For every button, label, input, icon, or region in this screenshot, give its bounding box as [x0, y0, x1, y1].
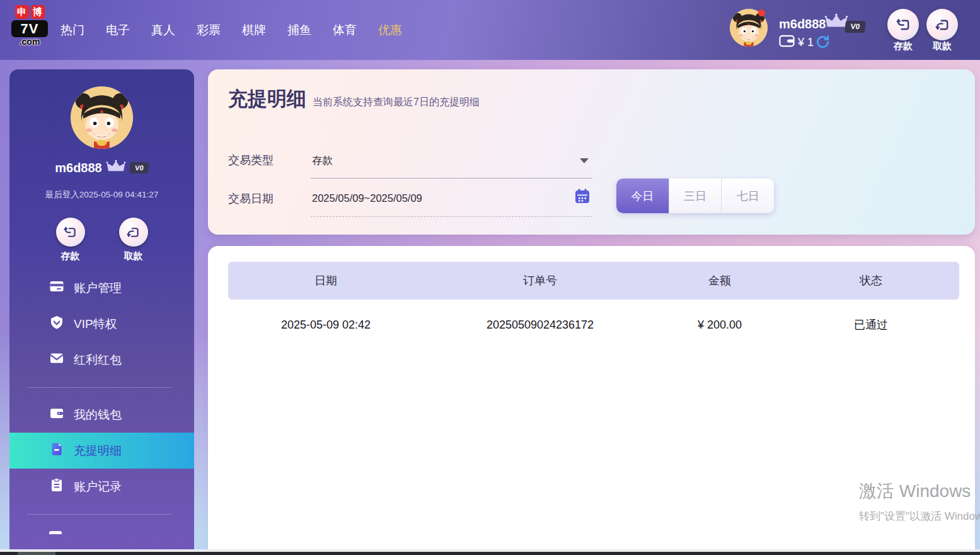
logo-tld: .com — [10, 37, 49, 47]
nav-item-live[interactable]: 真人 — [151, 22, 175, 38]
header-deposit-label: 存款 — [887, 40, 919, 52]
notification-dot — [758, 9, 765, 16]
transaction-date-input[interactable]: 2025/05/09~2025/05/09 — [312, 192, 422, 204]
sidebar-item-label: 充提明细 — [74, 443, 122, 459]
page-title: 充提明细 — [228, 86, 306, 112]
balance-amount: ¥ 1 — [798, 36, 814, 49]
header-withdraw-button[interactable] — [926, 9, 958, 40]
transaction-type-underline[interactable] — [311, 178, 592, 178]
date-range-segmented-control: 今日 三日 七日 — [616, 178, 774, 213]
sidebar-deposit-button[interactable]: 存款 — [49, 218, 93, 262]
column-header-amount: 金额 — [657, 273, 783, 288]
chevron-down-icon[interactable] — [580, 158, 589, 163]
column-header-order-number: 订单号 — [424, 273, 657, 288]
vip-level-badge: V0 — [845, 21, 866, 33]
cell-status: 已通过 — [783, 317, 959, 332]
sidebar-item-label: VIP特权 — [74, 316, 117, 332]
logo-char-1: 申 — [15, 5, 29, 19]
nav-item-slots[interactable]: 电子 — [106, 22, 130, 38]
deposit-arrow-icon — [56, 218, 85, 247]
range-button-seven-days[interactable]: 七日 — [722, 178, 774, 213]
top-header: 申 博 7V .com 热门 电子 真人 彩票 棋牌 捕鱼 体育 优惠 — [0, 0, 980, 60]
nav-item-promos[interactable]: 优惠 — [378, 22, 402, 38]
main-nav: 热门 电子 真人 彩票 棋牌 捕鱼 体育 优惠 — [61, 0, 402, 60]
sidebar-item-deposit-withdraw-details[interactable]: 充提明细 — [9, 433, 194, 469]
withdraw-arrow-icon — [119, 218, 148, 247]
records-panel: 日期 订单号 金额 状态 2025-05-09 02:42 2025050902… — [208, 246, 975, 551]
refresh-balance-icon[interactable] — [816, 35, 830, 52]
sidebar-withdraw-button[interactable]: 取款 — [112, 218, 156, 262]
site-logo[interactable]: 申 博 7V .com — [10, 5, 49, 47]
logo-characters: 申 博 — [10, 5, 49, 19]
sidebar: m6d888 V0 最后登入2025-05-09 04:41:27 存款 — [9, 69, 194, 549]
wallet-icon — [49, 406, 64, 424]
withdraw-arrow-icon — [934, 16, 951, 33]
red-envelope-icon — [49, 351, 64, 369]
vip-badge-icon — [49, 315, 64, 333]
document-icon — [49, 441, 64, 460]
filter-panel: 充提明细 当前系统支持查询最近7日的充提明细 交易类型 存款 交易日期 2025… — [208, 69, 975, 235]
header-withdraw-label: 取款 — [926, 40, 958, 52]
cell-date: 2025-05-09 02:42 — [228, 318, 424, 332]
sidebar-item-my-wallet[interactable]: 我的钱包 — [9, 397, 194, 433]
taskbar-edge-segment — [18, 552, 55, 555]
wallet-icon — [779, 35, 795, 50]
sidebar-avatar[interactable] — [71, 86, 133, 149]
transaction-date-underline — [311, 216, 592, 217]
sidebar-item-label: 我的钱包 — [74, 407, 122, 423]
nav-item-fishing[interactable]: 捕鱼 — [287, 22, 311, 38]
range-button-today[interactable]: 今日 — [616, 178, 669, 213]
header-username: m6d888 — [779, 17, 826, 32]
column-header-date: 日期 — [228, 273, 424, 288]
header-deposit-button[interactable] — [887, 9, 919, 40]
taskbar-edge — [0, 552, 980, 555]
table-header: 日期 订单号 金额 状态 — [228, 262, 959, 300]
calendar-icon[interactable] — [574, 187, 591, 207]
transaction-date-label: 交易日期 — [228, 191, 274, 206]
sidebar-item-vip-privileges[interactable]: VIP特权 — [9, 306, 194, 342]
vip-level-badge: V0 — [129, 162, 149, 173]
sidebar-item-label: 账户管理 — [74, 280, 122, 296]
deposit-arrow-icon — [895, 16, 912, 33]
logo-name: 7V — [11, 20, 48, 37]
nav-item-sports[interactable]: 体育 — [333, 22, 357, 38]
cell-order-number: 20250509024236172 — [424, 318, 657, 332]
cell-amount: ¥ 200.00 — [657, 318, 783, 332]
sidebar-item-account-management[interactable]: 账户管理 — [9, 270, 194, 306]
range-button-three-days[interactable]: 三日 — [669, 178, 722, 213]
table-row: 2025-05-09 02:42 20250509024236172 ¥ 200… — [228, 300, 959, 350]
sidebar-withdraw-label: 取款 — [112, 250, 156, 262]
sidebar-item-label: 账户记录 — [74, 479, 122, 495]
sidebar-divider — [27, 514, 171, 515]
sidebar-item-account-records[interactable]: 账户记录 — [9, 469, 194, 505]
transaction-type-select[interactable]: 存款 — [312, 154, 333, 168]
clipboard-icon — [49, 477, 64, 496]
column-header-status: 状态 — [783, 273, 959, 288]
last-login-text: 最后登入2025-05-09 04:41:27 — [9, 189, 194, 201]
vip-crown-icon — [106, 160, 126, 176]
sidebar-item-label: 红利红包 — [74, 352, 122, 368]
sidebar-deposit-label: 存款 — [49, 250, 93, 262]
nav-item-chess[interactable]: 棋牌 — [242, 22, 266, 38]
sidebar-item-bonus-redpacket[interactable]: 红利红包 — [9, 342, 194, 378]
transaction-type-label: 交易类型 — [228, 153, 274, 168]
nav-item-hot[interactable]: 热门 — [61, 22, 84, 38]
page-subtitle: 当前系统支持查询最近7日的充提明细 — [313, 96, 480, 109]
nav-item-lottery[interactable]: 彩票 — [197, 22, 221, 38]
logo-char-2: 博 — [31, 5, 45, 19]
sidebar-username: m6d888 — [55, 161, 102, 175]
sidebar-divider — [27, 387, 171, 388]
avatar-illustration — [71, 86, 133, 149]
bank-card-icon — [49, 279, 64, 297]
partially-visible-menu-icon — [49, 531, 62, 534]
